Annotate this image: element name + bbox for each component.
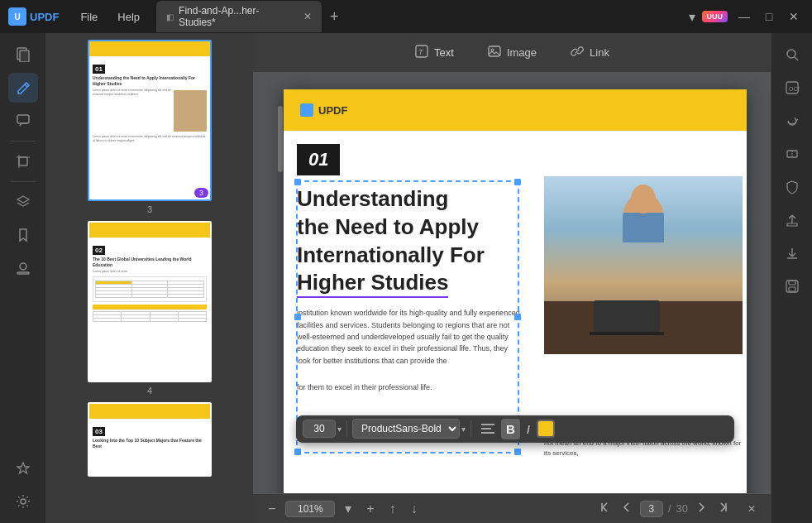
tab-dropdown-btn[interactable]: ▾ [682, 7, 702, 26]
close-btn[interactable]: ✕ [782, 5, 805, 28]
svg-rect-7 [17, 272, 29, 274]
page-separator: / [668, 502, 671, 515]
font-size-dropdown-icon[interactable]: ▾ [337, 425, 342, 434]
svg-point-8 [21, 499, 26, 504]
comment-icon[interactable] [8, 106, 38, 136]
num-badge-text: 01 [308, 149, 328, 170]
download-icon[interactable] [777, 238, 807, 268]
svg-rect-28 [789, 287, 795, 291]
menu-bar: File Help [67, 7, 153, 26]
prev-page-btn[interactable] [617, 500, 635, 517]
crop-icon[interactable] [8, 146, 38, 176]
font-family-select[interactable]: ProductSans-Bold [352, 419, 460, 439]
zoom-value-display: 101% [285, 501, 335, 517]
stamp-icon[interactable] [8, 253, 38, 283]
sidebar-divider-2 [11, 181, 36, 182]
share-icon[interactable] [777, 205, 807, 235]
updf-badge: UUU [702, 11, 728, 22]
color-picker-btn[interactable] [537, 420, 555, 438]
bookmark-icon[interactable] [8, 220, 38, 250]
page-num-4: 4 [147, 386, 152, 396]
compress-icon[interactable] [777, 139, 807, 169]
text-btn-label: Text [434, 46, 454, 59]
font-dropdown-icon[interactable]: ▾ [461, 425, 466, 434]
minimize-btn[interactable]: — [733, 5, 756, 28]
format-toolbar: ▾ ProductSans-Bold ▾ B I [296, 415, 734, 443]
pages-icon[interactable] [8, 40, 38, 70]
edit-icon[interactable] [8, 73, 38, 103]
convert-icon[interactable] [777, 106, 807, 136]
menu-file[interactable]: File [72, 7, 106, 26]
heading-line1: Understanding [297, 186, 448, 211]
photo-area [544, 176, 743, 354]
sidebar-divider-1 [11, 141, 36, 142]
image-tool-btn[interactable]: Image [474, 39, 550, 67]
link-tool-btn[interactable]: Link [556, 39, 623, 67]
thumbnail-page-5[interactable]: 03 Looking Into the Top 10 Subject Major… [53, 402, 246, 477]
thumbnail-img-5: 03 Looking Into the Top 10 Subject Major… [88, 402, 212, 477]
next-page-btn[interactable] [693, 500, 711, 517]
page-num-3: 3 [147, 204, 152, 214]
pdf-logo-text: UPDF [318, 104, 347, 117]
save-disk-icon[interactable] [777, 271, 807, 301]
font-size-input[interactable] [303, 420, 336, 438]
svg-point-12 [491, 49, 494, 51]
image-tool-icon [487, 44, 502, 62]
current-page-input[interactable] [640, 501, 663, 517]
thumbnail-panel: 01 Understanding the Need to Apply Inter… [46, 33, 253, 523]
svg-rect-2 [17, 115, 29, 123]
handle-tr[interactable] [514, 179, 521, 185]
menu-help[interactable]: Help [109, 7, 148, 26]
edit-toolbar: T Text Image Link [253, 33, 771, 73]
ocr-icon[interactable]: OCR [777, 73, 807, 103]
handle-br[interactable] [514, 449, 521, 455]
body-text-1: institution known worldwide for its high… [297, 307, 520, 367]
settings-icon[interactable] [8, 487, 38, 516]
tab-icon: ◧ [166, 12, 174, 22]
pdf-content[interactable]: UPDF [253, 73, 771, 493]
scroll-up-btn[interactable]: ↑ [385, 500, 401, 518]
layers-icon[interactable] [8, 187, 38, 217]
page-nav: / 30 ✕ [594, 500, 761, 517]
tab-bar: ◧ Find-and-Ap...her-Studies* ✕ + [153, 1, 681, 32]
thumbnail-page-4[interactable]: 02 The 10 Best Global Universities Leadi… [53, 221, 246, 396]
window-controls: — □ ✕ [733, 5, 812, 28]
num-badge: 01 [297, 144, 340, 175]
text-tool-icon: T [414, 44, 429, 62]
italic-btn[interactable]: I [522, 419, 535, 439]
maximize-btn[interactable]: □ [757, 5, 781, 28]
zoom-controls: − 101% ▾ + ↑ ↓ [263, 499, 423, 518]
first-page-btn[interactable] [594, 500, 615, 517]
zoom-dropdown-btn[interactable]: ▾ [340, 499, 356, 518]
protect-icon[interactable] [777, 172, 807, 202]
align-btn[interactable] [476, 420, 499, 438]
search-icon[interactable] [777, 40, 807, 70]
thumbnail-page-3[interactable]: 01 Understanding the Need to Apply Inter… [53, 40, 246, 214]
last-page-btn[interactable] [713, 500, 734, 517]
pdf-logo: UPDF [300, 103, 347, 117]
close-nav-btn[interactable]: ✕ [743, 501, 761, 516]
scroll-thumb[interactable] [278, 106, 283, 172]
handle-bl[interactable] [294, 449, 301, 455]
fmt-divider-1 [346, 420, 347, 437]
pdf-logo-icon [300, 103, 313, 117]
bold-btn[interactable]: B [501, 419, 520, 439]
active-tab[interactable]: ◧ Find-and-Ap...her-Studies* ✕ [156, 1, 322, 32]
zoom-in-btn[interactable]: + [361, 500, 379, 518]
thumbnail-img-3: 01 Understanding the Need to Apply Inter… [88, 40, 212, 201]
tab-close-btn[interactable]: ✕ [303, 11, 312, 22]
scroll-down-btn[interactable]: ↓ [406, 500, 423, 518]
zoom-out-btn[interactable]: − [263, 500, 280, 518]
svg-line-13 [576, 50, 579, 53]
star-icon[interactable] [8, 453, 38, 483]
link-btn-label: Link [590, 46, 609, 59]
new-tab-btn[interactable]: + [325, 7, 344, 27]
svg-rect-3 [19, 157, 27, 166]
handle-tl[interactable] [294, 179, 301, 185]
nav-arrows-right [693, 500, 734, 517]
main-area: 01 Understanding the Need to Apply Inter… [0, 33, 812, 523]
body-text-2: for them to excel in their professional … [297, 381, 520, 393]
updf-badge-text: UUU [707, 12, 724, 21]
text-tool-btn[interactable]: T Text [401, 39, 467, 67]
zoom-percent: 101% [298, 503, 323, 515]
